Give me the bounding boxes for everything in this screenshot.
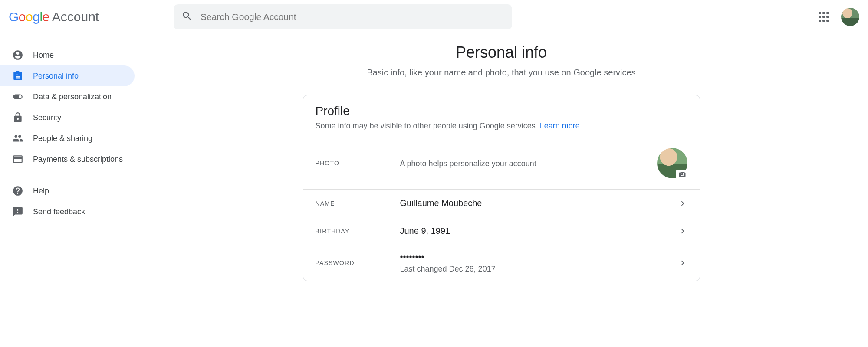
sidebar-item-payments[interactable]: Payments & subscriptions bbox=[0, 149, 135, 170]
profile-row-password[interactable]: PASSWORD •••••••• Last changed Dec 26, 2… bbox=[303, 245, 700, 281]
row-value: June 9, 1991 bbox=[400, 226, 678, 236]
learn-more-link[interactable]: Learn more bbox=[540, 121, 580, 130]
page-title: Personal info bbox=[456, 43, 547, 62]
google-apps-button[interactable] bbox=[815, 8, 832, 26]
user-circle-icon bbox=[12, 49, 23, 61]
search-input[interactable] bbox=[201, 12, 504, 22]
header: Google Account bbox=[0, 0, 868, 34]
sidebar-item-security[interactable]: Security bbox=[0, 107, 135, 128]
row-label: BIRTHDAY bbox=[316, 228, 400, 235]
profile-photo[interactable] bbox=[657, 148, 687, 178]
credit-card-icon bbox=[12, 154, 23, 165]
search-icon bbox=[181, 10, 193, 23]
chevron-right-icon bbox=[678, 258, 687, 268]
sidebar-divider bbox=[0, 175, 135, 175]
sidebar-item-label: Security bbox=[33, 113, 61, 122]
row-hint: A photo helps personalize your account bbox=[400, 159, 536, 168]
sidebar: Home Personal info Data & personalizatio… bbox=[0, 34, 135, 281]
profile-row-photo[interactable]: PHOTO A photo helps personalize your acc… bbox=[303, 131, 700, 189]
sidebar-item-feedback[interactable]: Send feedback bbox=[0, 201, 135, 222]
row-label: PASSWORD bbox=[316, 259, 400, 266]
account-avatar[interactable] bbox=[841, 8, 859, 26]
sidebar-item-data-personalization[interactable]: Data & personalization bbox=[0, 86, 135, 107]
profile-card: Profile Some info may be visible to othe… bbox=[303, 95, 700, 281]
search-bar[interactable] bbox=[174, 4, 512, 29]
profile-card-subtitle: Some info may be visible to other people… bbox=[303, 118, 700, 131]
row-label: NAME bbox=[316, 200, 400, 207]
sidebar-item-label: Payments & subscriptions bbox=[33, 155, 123, 164]
sidebar-item-label: Personal info bbox=[33, 72, 79, 81]
sidebar-item-label: Data & personalization bbox=[33, 92, 112, 101]
chevron-right-icon bbox=[678, 199, 687, 208]
google-logo: Google bbox=[9, 10, 49, 24]
id-card-icon bbox=[12, 70, 23, 82]
page-subtitle: Basic info, like your name and photo, th… bbox=[367, 68, 635, 78]
row-value: •••••••• bbox=[400, 252, 678, 262]
sidebar-item-home[interactable]: Home bbox=[0, 45, 135, 65]
main-content: Personal info Basic info, like your name… bbox=[135, 34, 868, 281]
sidebar-item-label: People & sharing bbox=[33, 134, 92, 143]
row-value: Guillaume Moubeche bbox=[400, 198, 678, 208]
sidebar-item-personal-info[interactable]: Personal info bbox=[0, 65, 135, 86]
sidebar-item-label: Help bbox=[33, 187, 49, 196]
profile-row-name[interactable]: NAME Guillaume Moubeche bbox=[303, 189, 700, 217]
toggle-icon bbox=[12, 91, 23, 102]
row-label: PHOTO bbox=[316, 160, 400, 167]
people-icon bbox=[12, 133, 23, 144]
logo-account-word: Account bbox=[52, 10, 99, 24]
feedback-icon bbox=[12, 206, 23, 217]
sidebar-item-help[interactable]: Help bbox=[0, 180, 135, 201]
chevron-right-icon bbox=[678, 226, 687, 236]
profile-row-birthday[interactable]: BIRTHDAY June 9, 1991 bbox=[303, 217, 700, 245]
profile-card-title: Profile bbox=[303, 104, 700, 118]
camera-icon bbox=[676, 170, 688, 179]
logo[interactable]: Google Account bbox=[9, 10, 165, 24]
apps-icon bbox=[819, 12, 829, 22]
sidebar-item-label: Home bbox=[33, 51, 54, 60]
lock-icon bbox=[12, 112, 23, 123]
help-icon bbox=[12, 185, 23, 196]
row-subtext: Last changed Dec 26, 2017 bbox=[400, 265, 678, 274]
sidebar-item-label: Send feedback bbox=[33, 207, 85, 216]
sidebar-item-people-sharing[interactable]: People & sharing bbox=[0, 128, 135, 149]
